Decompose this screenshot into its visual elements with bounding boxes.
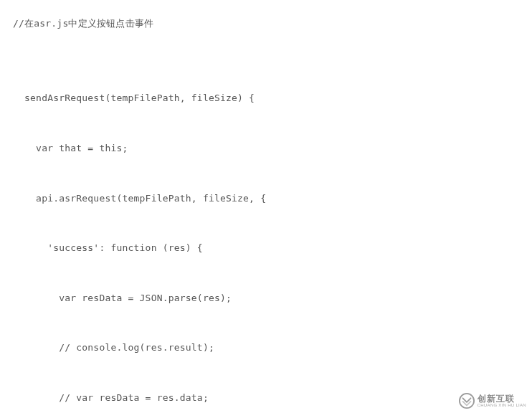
code-content: //在asr.js中定义按钮点击事件 sendAsrRequest(tempFi…: [13, 18, 266, 413]
watermark-cn: 创新互联: [478, 394, 526, 403]
watermark-en: CHUANG XIN HU LIAN: [478, 403, 526, 407]
watermark-logo-icon: [459, 393, 475, 409]
watermark: 创新互联 CHUANG XIN HU LIAN: [459, 393, 526, 409]
code-block: //在asr.js中定义按钮点击事件 sendAsrRequest(tempFi…: [0, 0, 532, 413]
watermark-text: 创新互联 CHUANG XIN HU LIAN: [478, 394, 526, 407]
